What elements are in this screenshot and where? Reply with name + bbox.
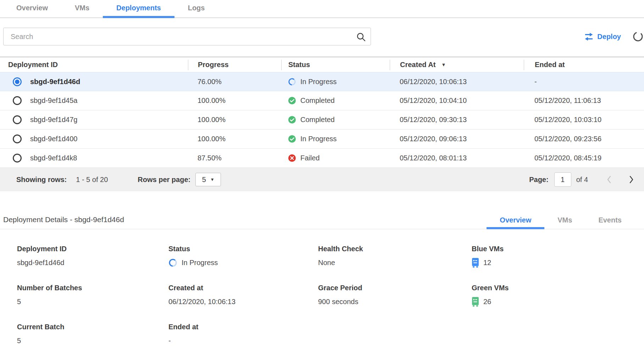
field-green-vms: Green VMs 26 [472, 284, 644, 307]
status-spinner-icon [288, 78, 296, 86]
next-page-button[interactable] [629, 175, 634, 184]
tab-logs[interactable]: Logs [174, 4, 218, 17]
field-grace-period: Grace Period 900 seconds [318, 284, 472, 307]
server-green-icon [472, 297, 479, 307]
ended-at-value: 05/12/2020, 10:03:10 [524, 116, 644, 124]
tab-vms[interactable]: VMs [61, 4, 103, 17]
field-ended-at: Ended at - [168, 323, 318, 346]
details-tab-vms[interactable]: VMs [544, 216, 585, 229]
table-pagination-footer: Showing rows: 1 - 5 of 20 Rows per page:… [0, 168, 644, 191]
status-label: Failed [300, 154, 320, 162]
ended-at-value: - [524, 78, 644, 86]
toolbar: Deploy [0, 28, 644, 45]
status-check-icon [288, 116, 296, 124]
progress-value: 100.00% [188, 135, 281, 143]
table-row[interactable]: sbgd-9ef1d47g 100.00% Completed 05/12/20… [0, 110, 644, 130]
col-status: Status [281, 60, 390, 70]
details-tab-overview[interactable]: Overview [487, 216, 544, 229]
status-check-icon [288, 97, 296, 105]
table-row[interactable]: sbgd-9ef1d46d 76.00% In Progress 06/12/2… [0, 72, 644, 91]
created-at-value: 05/12/2020, 10:04:10 [390, 97, 524, 105]
deployment-id: sbgd-9ef1d45a [30, 97, 77, 105]
details-title: Deployment Details - sbgd-9ef1d46d [0, 215, 124, 229]
created-at-value: 06/12/2020, 10:06:13 [390, 78, 524, 86]
rows-per-page-value: 5 [202, 176, 206, 184]
ended-at-value: 05/12/2020, 08:45:19 [524, 154, 644, 162]
field-number-of-batches: Number of Batches 5 [17, 284, 168, 307]
page-number-input[interactable] [554, 172, 571, 187]
status-label: Completed [300, 116, 335, 124]
tab-deployments[interactable]: Deployments [103, 4, 174, 17]
page-total: of 4 [576, 176, 588, 184]
col-deployment-id: Deployment ID [0, 60, 188, 70]
status-label: Completed [300, 97, 335, 105]
row-radio[interactable] [13, 115, 22, 124]
details-header: Deployment Details - sbgd-9ef1d46d Overv… [0, 215, 644, 229]
field-deployment-id: Deployment ID sbgd-9ef1d46d [17, 245, 168, 268]
progress-value: 100.00% [188, 116, 281, 124]
row-radio-selected[interactable] [13, 77, 22, 86]
ended-at-value: 05/12/2020, 09:23:56 [524, 135, 644, 143]
rows-per-page-select[interactable]: 5 ▼ [195, 173, 221, 186]
server-blue-icon [472, 258, 479, 268]
field-created-at: Created at 06/12/2020, 10:06:13 [168, 284, 318, 307]
ended-at-value: 05/12/2020, 11:06:13 [524, 97, 644, 105]
chevron-left-icon [606, 175, 612, 184]
progress-value: 100.00% [188, 97, 281, 105]
deployment-id: sbgd-9ef1d400 [30, 135, 77, 143]
deployment-id: sbgd-9ef1d46d [30, 78, 80, 86]
status-spinner-icon [168, 258, 177, 267]
showing-rows-value: 1 - 5 of 20 [76, 176, 108, 184]
pagination-controls: Page: of 4 [529, 172, 644, 187]
status-label: In Progress [300, 135, 337, 143]
status-label: In Progress [300, 78, 337, 86]
row-radio[interactable] [13, 96, 22, 105]
tab-overview[interactable]: Overview [3, 4, 61, 17]
rows-per-page-label: Rows per page: [138, 176, 190, 184]
field-current-batch: Current Batch 5 [17, 323, 168, 346]
deploy-button-label: Deploy [597, 33, 621, 41]
chevron-right-icon [629, 175, 634, 184]
row-radio[interactable] [13, 154, 22, 163]
refresh-button[interactable] [632, 31, 644, 42]
col-created-at[interactable]: Created At ▼ [390, 60, 524, 70]
swap-arrows-icon [584, 33, 594, 41]
showing-rows-label: Showing rows: [16, 176, 67, 184]
created-at-value: 05/12/2020, 09:30:13 [390, 116, 524, 124]
details-grid: Deployment ID sbgd-9ef1d46d Status In Pr… [0, 229, 644, 352]
status-failed-icon [288, 154, 296, 162]
field-blue-vms: Blue VMs 12 [472, 245, 644, 268]
created-at-value: 05/12/2020, 08:01:13 [390, 154, 524, 162]
search-icon [356, 32, 366, 43]
search-input[interactable] [4, 28, 371, 45]
deployment-id: sbgd-9ef1d4k8 [30, 154, 77, 162]
refresh-icon [632, 31, 644, 42]
deploy-button[interactable]: Deploy [584, 33, 621, 41]
details-tab-bar: Overview VMs Events [487, 216, 644, 229]
status-check-icon [288, 135, 296, 143]
search-box [3, 28, 371, 45]
top-tab-bar: Overview VMs Deployments Logs [0, 0, 644, 18]
progress-value: 76.00% [188, 78, 281, 86]
row-radio[interactable] [13, 134, 22, 143]
table-header: Deployment ID Progress Status Created At… [0, 56, 644, 72]
field-health-check: Health Check None [318, 245, 472, 268]
col-progress: Progress [188, 60, 281, 70]
deployment-id: sbgd-9ef1d47g [30, 116, 77, 124]
caret-down-icon: ▼ [210, 177, 215, 182]
field-status: Status In Progress [168, 245, 318, 268]
table-row[interactable]: sbgd-9ef1d400 100.00% In Progress 05/12/… [0, 130, 644, 149]
sort-desc-icon[interactable]: ▼ [441, 62, 446, 67]
col-ended-at: Ended at [524, 60, 644, 70]
details-tab-events[interactable]: Events [585, 216, 635, 229]
page-label: Page: [529, 176, 548, 184]
toolbar-actions: Deploy [584, 31, 644, 42]
previous-page-button[interactable] [606, 175, 612, 184]
table-row[interactable]: sbgd-9ef1d45a 100.00% Completed 05/12/20… [0, 91, 644, 110]
progress-value: 87.50% [188, 154, 281, 162]
table-row[interactable]: sbgd-9ef1d4k8 87.50% Failed 05/12/2020, … [0, 149, 644, 168]
deployments-table: Deployment ID Progress Status Created At… [0, 56, 644, 191]
created-at-value: 05/12/2020, 09:06:13 [390, 135, 524, 143]
